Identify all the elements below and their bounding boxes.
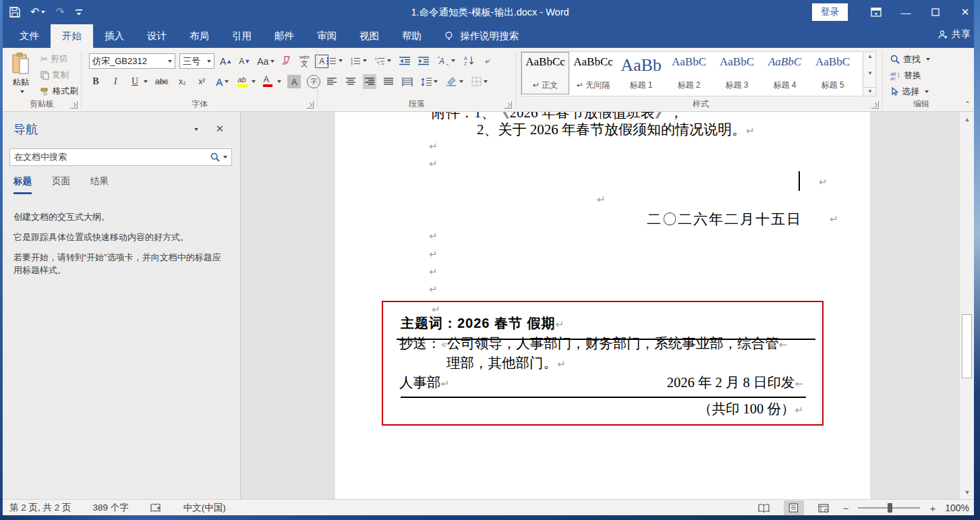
collapse-ribbon-icon[interactable]: ⌃ [964, 100, 971, 109]
document-area[interactable]: 附件：1、《2026 年春节放假值班表》， 2、关于 2026 年春节放假须知的… [241, 112, 959, 499]
ribbon-display-options-icon[interactable] [861, 0, 891, 24]
zoom-level[interactable]: 100% [945, 502, 969, 513]
clear-formatting-icon[interactable] [280, 54, 293, 69]
nav-search-dropdown-icon[interactable] [223, 156, 227, 158]
nav-tab-pages[interactable]: 页面 [52, 175, 70, 194]
style-heading2[interactable]: AaBbC 标题 2 [665, 52, 713, 94]
style-no-spacing[interactable]: AaBbCc ↵ 无间隔 [569, 52, 617, 94]
align-left-button[interactable] [325, 74, 339, 89]
tab-mailings[interactable]: 邮件 [263, 24, 306, 48]
align-right-button[interactable] [363, 74, 376, 89]
customize-qat-icon[interactable] [75, 8, 83, 16]
nav-pane-close-icon[interactable]: ✕ [215, 123, 224, 135]
undo-icon[interactable]: ↶ [30, 7, 45, 18]
tab-file[interactable]: 文件 [8, 24, 51, 48]
tell-me-search[interactable]: 操作说明搜索 [433, 24, 529, 48]
paragraph-dialog-launcher[interactable] [505, 101, 512, 109]
style-heading5[interactable]: AaBbC 标题 5 [809, 52, 857, 94]
style-normal[interactable]: AaBbCc ↵ 正文 [521, 52, 569, 94]
zoom-in-button[interactable]: + [929, 502, 935, 514]
style-heading1[interactable]: AaBb 标题 1 [617, 52, 665, 94]
tab-home[interactable]: 开始 [51, 24, 93, 48]
paste-button[interactable]: 粘贴 [11, 52, 31, 93]
find-button[interactable]: 查找 [890, 51, 930, 67]
change-case-button[interactable]: Aa [256, 54, 276, 69]
superscript-button[interactable]: x² [195, 74, 208, 89]
styles-gallery-more-icon[interactable]: ▼ [865, 87, 875, 94]
multilevel-list-button[interactable]: 1ai [374, 53, 393, 68]
tab-layout[interactable]: 布局 [178, 24, 221, 48]
style-heading3[interactable]: AaBbC 标题 3 [713, 52, 761, 94]
nav-pane-options-icon[interactable] [194, 128, 198, 131]
print-layout-icon[interactable] [784, 500, 804, 515]
search-icon[interactable] [210, 152, 220, 162]
word-count[interactable]: 389 个字 [93, 502, 129, 514]
vertical-scrollbar[interactable]: ▲ ▼ [959, 112, 974, 499]
select-button[interactable]: 选择 [890, 84, 930, 100]
scrollbar-thumb[interactable] [962, 314, 972, 378]
tab-insert[interactable]: 插入 [93, 24, 136, 48]
language-indicator[interactable]: 中文(中国) [183, 502, 226, 514]
read-mode-icon[interactable] [754, 500, 774, 515]
share-button[interactable]: 共享 [938, 28, 971, 40]
document-page[interactable]: 附件：1、《2026 年春节放假值班表》， 2、关于 2026 年春节放假须知的… [335, 112, 870, 499]
character-shading-button[interactable]: A [287, 75, 301, 88]
zoom-slider[interactable] [858, 507, 920, 509]
grow-font-button[interactable]: A▲ [219, 54, 233, 69]
sort-button[interactable]: AZ [462, 53, 475, 68]
cut-button[interactable]: ✂剪切 [40, 53, 78, 65]
justify-button[interactable] [382, 74, 395, 89]
line-spacing-button[interactable] [420, 74, 439, 89]
font-name-combobox[interactable]: 仿宋_GB2312 [89, 53, 175, 69]
clipboard-dialog-launcher[interactable] [70, 101, 78, 109]
tab-design[interactable]: 设计 [136, 24, 178, 48]
scroll-down-icon[interactable]: ▼ [960, 485, 975, 499]
replace-button[interactable]: abac 替换 [890, 67, 930, 84]
shading-button[interactable] [444, 74, 465, 89]
nav-tab-results[interactable]: 结果 [90, 175, 109, 194]
text-effects-button[interactable]: A [214, 74, 230, 89]
save-icon[interactable] [9, 7, 20, 18]
numbering-button[interactable]: 123 [349, 53, 368, 68]
styles-scroll-up-icon[interactable]: ▲ [867, 53, 873, 59]
maximize-button[interactable] [921, 0, 950, 24]
proofing-errors-icon[interactable] [150, 503, 162, 513]
tab-view[interactable]: 视图 [348, 24, 391, 48]
minimize-button[interactable]: — [891, 0, 921, 24]
strikethrough-button[interactable]: abc [154, 74, 169, 89]
borders-button[interactable] [470, 74, 489, 89]
signin-button[interactable]: 登录 [812, 3, 848, 21]
asian-layout-button[interactable]: A [436, 53, 457, 68]
font-size-combobox[interactable]: 三号 [179, 53, 214, 69]
scroll-up-icon[interactable]: ▲ [960, 112, 975, 126]
styles-scroll-down-icon[interactable]: ▼ [867, 70, 873, 76]
shrink-font-button[interactable]: A▼ [237, 54, 252, 69]
increase-indent-button[interactable] [417, 53, 430, 68]
zoom-out-button[interactable]: − [843, 502, 849, 514]
tab-help[interactable]: 帮助 [391, 24, 433, 48]
distribute-button[interactable] [401, 74, 414, 89]
highlight-color-button[interactable]: ab [236, 74, 250, 89]
underline-button[interactable]: U [128, 74, 142, 89]
tab-review[interactable]: 审阅 [306, 24, 348, 48]
nav-tab-headings[interactable]: 标题 [13, 175, 32, 194]
tab-references[interactable]: 引用 [221, 24, 263, 48]
show-hide-marks-button[interactable]: ⤶ [481, 53, 494, 68]
font-color-button[interactable]: A [262, 74, 275, 89]
web-layout-icon[interactable] [813, 500, 834, 515]
copy-button[interactable]: 复制 [40, 69, 78, 81]
bold-button[interactable]: B [89, 74, 103, 89]
zoom-slider-thumb[interactable] [888, 503, 892, 513]
decrease-indent-button[interactable] [398, 53, 411, 68]
format-painter-button[interactable]: 格式刷 [40, 86, 78, 97]
font-dialog-launcher[interactable] [306, 101, 314, 109]
italic-button[interactable]: I [109, 74, 122, 89]
phonetic-guide-button[interactable]: wén 文 [297, 54, 311, 69]
enclose-characters-button[interactable]: 字 [307, 75, 320, 88]
style-heading4[interactable]: AaBbC 标题 4 [761, 52, 809, 94]
subscript-button[interactable]: x₂ [175, 74, 189, 89]
page-indicator[interactable]: 第 2 页, 共 2 页 [9, 502, 71, 514]
align-center-button[interactable] [344, 74, 357, 89]
bullets-button[interactable] [325, 53, 344, 68]
styles-dialog-launcher[interactable] [871, 101, 879, 109]
